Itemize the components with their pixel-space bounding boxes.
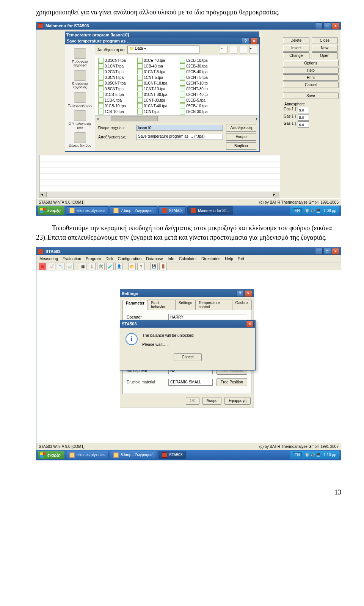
place-desktop[interactable]: Επιφάνεια εργασίας bbox=[65, 70, 95, 89]
menu-evaluation[interactable]: Evaluation bbox=[63, 256, 81, 261]
menu-program[interactable]: Program bbox=[86, 256, 101, 261]
file-item[interactable]: 1CB-10.tpa bbox=[98, 109, 126, 114]
maximize-button[interactable]: □ bbox=[323, 22, 331, 29]
tab-gasbox[interactable]: Gasbox bbox=[232, 300, 252, 310]
lookin-combo[interactable]: 📁 Data ▾ bbox=[127, 46, 199, 54]
close-icon[interactable]: × bbox=[246, 320, 254, 327]
record-icon[interactable] bbox=[39, 263, 46, 270]
file-list-scrollbar[interactable]: ◂ ▸ bbox=[95, 115, 259, 122]
up-icon[interactable] bbox=[230, 46, 237, 53]
maximize-button[interactable]: □ bbox=[323, 248, 331, 255]
gas-value-3[interactable] bbox=[298, 121, 309, 128]
menu-help[interactable]: Help bbox=[225, 256, 233, 261]
minimize-button[interactable]: _ bbox=[315, 22, 323, 29]
options-button[interactable]: Options bbox=[283, 60, 339, 66]
cancel-button[interactable]: Άκυρο bbox=[202, 397, 221, 405]
help-icon[interactable]: ? bbox=[242, 38, 249, 44]
file-item[interactable]: 1CB-40.tpa bbox=[137, 63, 168, 69]
gas-value-2[interactable] bbox=[298, 114, 309, 121]
filetype-combo[interactable]: Save temperature program as … (*.tpa) bbox=[136, 134, 223, 140]
chart2-icon[interactable]: 📉 bbox=[57, 263, 64, 270]
file-item[interactable]: 0.05CNT.tpa bbox=[98, 80, 126, 86]
file-item[interactable]: 0.01CNT.tpa bbox=[98, 58, 126, 63]
file-item[interactable]: 02CNT-30.tp bbox=[180, 86, 208, 91]
free-position-button[interactable]: Free Position bbox=[217, 378, 247, 386]
views-icon[interactable]: ▾ bbox=[249, 46, 257, 53]
apply-button[interactable]: Εφαρμογή bbox=[224, 397, 251, 405]
task-sta503[interactable]: STA503 bbox=[158, 206, 186, 215]
file-item[interactable]: 02CB-30.tpa bbox=[180, 63, 208, 69]
menu-calculator[interactable]: Calculator bbox=[179, 256, 197, 261]
file-item[interactable]: 01CB-5.tpa bbox=[98, 92, 126, 97]
file-item[interactable]: 01CNT-10.tpa bbox=[137, 80, 168, 86]
folder-icon[interactable]: 📂 bbox=[128, 263, 136, 270]
file-item[interactable]: 1CNT-30.tpa bbox=[137, 97, 168, 103]
file-item[interactable]: 1CNT-5.tpa bbox=[137, 75, 168, 80]
help-icon[interactable]: ? bbox=[236, 290, 244, 297]
file-item[interactable]: 01CE-40.tpa bbox=[137, 58, 168, 63]
delete-button[interactable]: Delete bbox=[283, 37, 309, 44]
grid-scrollbar[interactable]: ◂▸ bbox=[39, 192, 280, 198]
close-icon[interactable]: × bbox=[250, 38, 258, 44]
file-item[interactable]: 05CB-10.tpa bbox=[180, 103, 208, 108]
cancel-button[interactable]: Άκυρο bbox=[226, 133, 256, 141]
crucible-combo[interactable] bbox=[168, 379, 213, 386]
file-item[interactable]: 0.1CNT.tpa bbox=[98, 63, 126, 69]
file-item[interactable]: 1CNT-10.tpa bbox=[137, 86, 168, 91]
place-recent[interactable]: Πρόσφατα έγγραφα bbox=[65, 48, 95, 67]
menu-configuration[interactable]: Configuration bbox=[118, 256, 141, 261]
task-sta503[interactable]: STA503 bbox=[158, 451, 186, 459]
beaker-icon[interactable]: 🧪 bbox=[106, 263, 114, 270]
save-button[interactable]: Αποθήκευση bbox=[226, 124, 256, 132]
disk-icon[interactable]: 💾 bbox=[150, 263, 158, 270]
help-button-dlg[interactable]: Βοήθεια bbox=[226, 142, 256, 150]
task-8bmp[interactable]: 8.bmp - Ζωγραφική bbox=[110, 451, 157, 459]
tab-tempcontrol[interactable]: Temperature control bbox=[195, 300, 232, 310]
thermometer-icon[interactable]: 🌡️ bbox=[88, 263, 96, 270]
file-item[interactable]: 1CNT.tpa bbox=[137, 109, 168, 114]
task-mainmenu[interactable]: Mainmenu for ST... bbox=[187, 206, 233, 215]
tool-icon[interactable]: 🛠️ bbox=[97, 263, 105, 270]
file-item[interactable]: 0.3CNT.tpa bbox=[98, 75, 126, 80]
task-eikones[interactable]: eikones ptyxiakis bbox=[66, 206, 109, 215]
start-button[interactable]: έναρξη bbox=[38, 206, 64, 215]
file-item[interactable]: 02CB-10.tpa bbox=[180, 58, 208, 63]
save-button-panel[interactable]: Save bbox=[283, 93, 339, 99]
tab-settings[interactable]: Settings bbox=[175, 300, 196, 310]
start-button[interactable]: έναρξη bbox=[38, 451, 64, 459]
close-button[interactable]: × bbox=[332, 248, 339, 255]
help-button[interactable]: Help bbox=[283, 67, 339, 74]
file-item[interactable]: 02CNT-5.tpa bbox=[180, 75, 208, 80]
place-network[interactable]: Θέσεις δικτύου bbox=[69, 132, 91, 148]
tab-parameter[interactable]: Parameter bbox=[122, 300, 148, 310]
close-button-panel[interactable]: Close bbox=[312, 37, 338, 44]
minimize-button[interactable]: _ bbox=[315, 248, 323, 255]
menu-exit[interactable]: Exit bbox=[238, 256, 245, 261]
chart-icon[interactable]: 📈 bbox=[48, 263, 55, 270]
language-indicator[interactable]: EN bbox=[293, 208, 302, 213]
exit-icon[interactable]: 🚪 bbox=[159, 263, 167, 270]
place-mycomputer[interactable]: Ο Υπολογιστής μου bbox=[65, 110, 95, 129]
grid-icon[interactable]: ▦ bbox=[79, 263, 86, 270]
back-icon[interactable]: ← bbox=[220, 46, 228, 53]
newfolder-icon[interactable] bbox=[240, 46, 247, 53]
close-icon[interactable]: × bbox=[245, 290, 252, 297]
open-button[interactable]: Open bbox=[312, 52, 338, 59]
print-button[interactable]: Print bbox=[283, 74, 339, 81]
menu-measuring[interactable]: Measuring bbox=[39, 256, 58, 261]
menu-database[interactable]: Database bbox=[146, 256, 163, 261]
insert-button[interactable]: Insert bbox=[283, 45, 309, 52]
file-item[interactable]: 02CNT-10.tp bbox=[180, 80, 208, 86]
new-button[interactable]: New bbox=[312, 45, 338, 52]
task-eikones[interactable]: eikones ptyxiakis bbox=[66, 451, 109, 459]
menu-disk[interactable]: Disk bbox=[105, 256, 113, 261]
file-item[interactable]: 05CB-30.tpa bbox=[180, 109, 208, 114]
file-item[interactable]: 01CNT-30.tpa bbox=[137, 92, 168, 97]
gas-value-1[interactable] bbox=[298, 107, 309, 113]
person-icon[interactable]: 👤 bbox=[115, 263, 123, 270]
file-item[interactable]: 0.5CNT.tpa bbox=[98, 86, 126, 91]
cancel-button-panel[interactable]: Cancel bbox=[283, 82, 339, 88]
language-indicator[interactable]: EN bbox=[293, 452, 302, 457]
tab-startbehavior[interactable]: Start behavior bbox=[147, 300, 176, 310]
file-item[interactable]: 02CNT-40.tp bbox=[180, 92, 208, 97]
